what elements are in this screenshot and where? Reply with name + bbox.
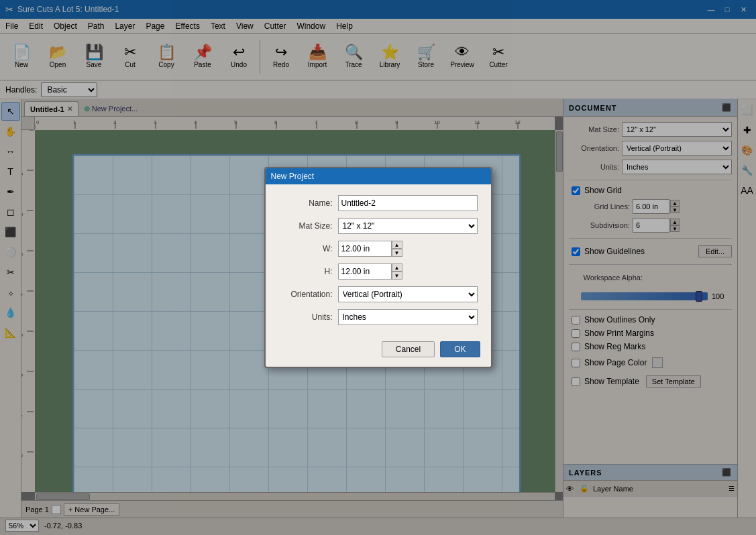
dialog-title-bar: New Project: [266, 168, 491, 184]
cancel-button[interactable]: Cancel: [382, 341, 435, 357]
dlg-w-input[interactable]: [338, 241, 392, 257]
dlg-name-label: Name:: [279, 198, 333, 208]
dialog-title: New Project: [271, 172, 315, 181]
new-project-dialog: New Project Name: Mat Size: 12" x 12" 12…: [264, 167, 492, 368]
dlg-mat-size-row: Mat Size: 12" x 12" 12" x 24" Custom: [279, 218, 478, 234]
dlg-h-spin-btns: ▲ ▼: [392, 263, 402, 280]
dialog-footer: Cancel OK: [266, 336, 491, 367]
dlg-h-label: H:: [279, 267, 333, 276]
dlg-name-input[interactable]: [338, 195, 478, 211]
dlg-h-up[interactable]: ▲: [392, 263, 402, 272]
dlg-h-spin: ▲ ▼: [338, 263, 402, 280]
ok-button[interactable]: OK: [440, 341, 480, 357]
dlg-mat-size-select[interactable]: 12" x 12" 12" x 24" Custom: [338, 218, 478, 234]
dlg-units-row: Units: Inches Centimeters Millimeters: [279, 309, 478, 325]
dlg-h-down[interactable]: ▼: [392, 272, 402, 280]
dlg-name-row: Name:: [279, 195, 478, 211]
dlg-mat-size-label: Mat Size:: [279, 221, 333, 231]
dlg-units-select[interactable]: Inches Centimeters Millimeters: [338, 309, 478, 325]
dlg-w-row: W: ▲ ▼: [279, 241, 478, 257]
dlg-w-spin: ▲ ▼: [338, 241, 402, 257]
dlg-orientation-label: Orientation:: [279, 290, 333, 299]
dlg-w-label: W:: [279, 244, 333, 253]
dialog-body: Name: Mat Size: 12" x 12" 12" x 24" Cust…: [266, 184, 491, 336]
dlg-h-input[interactable]: [338, 263, 392, 280]
dlg-units-label: Units:: [279, 312, 333, 322]
dlg-w-spin-btns: ▲ ▼: [392, 241, 402, 257]
dlg-h-row: H: ▲ ▼: [279, 263, 478, 280]
dlg-w-down[interactable]: ▼: [392, 249, 402, 257]
dlg-orientation-row: Orientation: Vertical (Portrait) Horizon…: [279, 286, 478, 302]
dlg-orientation-select[interactable]: Vertical (Portrait) Horizontal (Landscap…: [338, 286, 478, 302]
dlg-w-up[interactable]: ▲: [392, 241, 402, 249]
modal-overlay: New Project Name: Mat Size: 12" x 12" 12…: [0, 0, 756, 532]
